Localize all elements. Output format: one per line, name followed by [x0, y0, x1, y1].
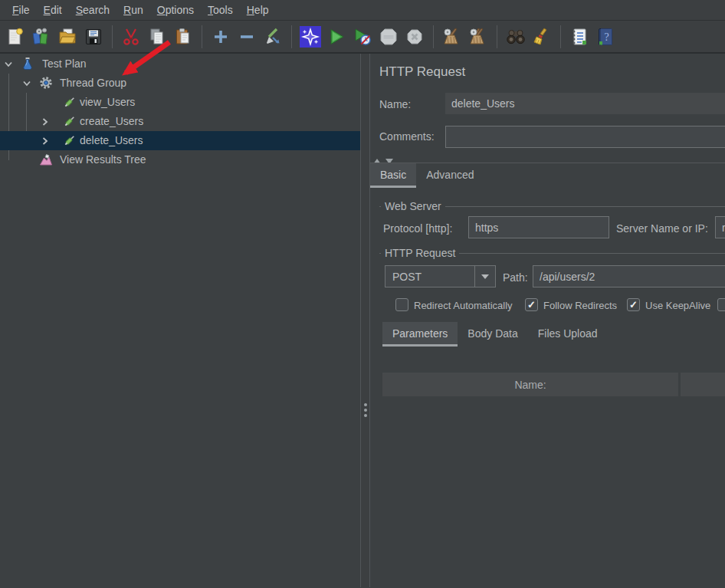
tree-item-test-plan[interactable]: Test Plan [0, 54, 360, 74]
test-plan-tree: Test Plan Thread Group view_Users create… [0, 54, 360, 587]
basic-advanced-tabbar: Basic Advanced [370, 163, 725, 188]
http-sampler-icon [63, 133, 77, 149]
http-sampler-icon [63, 114, 77, 130]
clear-icon[interactable] [441, 26, 463, 48]
tree-item-create-users[interactable]: create_Users [0, 112, 360, 131]
svg-text:?: ? [604, 31, 609, 43]
chevron-right-icon[interactable] [41, 117, 50, 129]
comments-input[interactable] [445, 126, 725, 148]
toggle-icon[interactable] [262, 26, 284, 48]
follow-redirects-label: Follow Redirects [543, 300, 617, 311]
tree-item-label: delete_Users [80, 134, 143, 146]
chevron-down-icon[interactable] [22, 78, 31, 90]
menu-tools[interactable]: Tools [201, 2, 240, 18]
cut-icon[interactable] [120, 26, 142, 48]
redirect-automatically-checkbox[interactable] [395, 298, 408, 311]
open-file-icon[interactable] [57, 26, 78, 48]
name-input[interactable] [445, 93, 725, 114]
menu-search[interactable]: Search [69, 2, 116, 18]
splitter-grip-icon [364, 403, 367, 417]
toolbar-separator [291, 25, 292, 48]
toolbar-separator [202, 25, 202, 48]
sparkle-icon[interactable] [300, 26, 321, 48]
thread-group-gear-icon [39, 76, 53, 92]
use-keepalive-label: Use KeepAlive [645, 300, 710, 311]
start-no-timers-icon[interactable] [352, 26, 373, 48]
parameters-table-header-name[interactable]: Name: [382, 373, 678, 396]
notes-icon[interactable] [569, 26, 590, 48]
toolbar-separator [560, 25, 561, 48]
search-reset-icon[interactable] [531, 26, 553, 48]
name-label: Name: [379, 98, 411, 110]
web-server-group-title: Web Server [381, 200, 445, 212]
path-label: Path: [503, 271, 528, 284]
path-input[interactable] [533, 265, 725, 287]
save-icon[interactable] [83, 26, 104, 48]
http-sampler-icon [63, 95, 77, 111]
menu-run[interactable]: Run [116, 2, 150, 18]
expand-all-icon[interactable] [210, 26, 231, 48]
tab-files-upload[interactable]: Files Upload [528, 322, 608, 347]
toolbar-separator [497, 25, 497, 48]
method-select[interactable]: POST [385, 265, 496, 287]
tab-advanced[interactable]: Advanced [416, 163, 484, 188]
help-icon[interactable]: ? [595, 26, 616, 48]
tab-basic[interactable]: Basic [370, 163, 416, 188]
use-keepalive-checkbox[interactable]: ✓ [627, 298, 640, 311]
tree-item-thread-group[interactable]: Thread Group [0, 74, 360, 93]
tree-item-label: Test Plan [42, 57, 87, 70]
method-dropdown-button[interactable] [474, 266, 495, 287]
tree-item-label: Thread Group [60, 77, 126, 89]
search-icon[interactable] [505, 26, 527, 48]
server-name-input[interactable] [715, 216, 725, 238]
chevron-down-icon [481, 274, 489, 279]
menu-bar: File Edit Search Run Options Tools Help [0, 0, 725, 21]
chevron-right-icon[interactable] [41, 136, 50, 148]
http-request-editor: HTTP Request Name: Comments: Basic Advan… [370, 54, 725, 587]
templates-icon[interactable] [31, 26, 52, 48]
stop-icon[interactable] [378, 26, 399, 48]
menu-help[interactable]: Help [240, 2, 276, 18]
toolbar: ? [0, 21, 725, 54]
copy-icon[interactable] [146, 26, 168, 48]
method-value: POST [385, 271, 474, 283]
toolbar-separator [433, 25, 434, 48]
toolbar-separator [112, 25, 113, 48]
start-icon[interactable] [326, 26, 347, 48]
chevron-down-icon[interactable] [4, 59, 13, 71]
parameters-table-header-value[interactable] [681, 373, 725, 396]
content-tabbar: Parameters Body Data Files Upload [370, 322, 725, 347]
paste-icon[interactable] [172, 26, 194, 48]
checkmark: ✓ [527, 300, 536, 310]
tree-item-delete-users[interactable]: delete_Users [0, 131, 360, 150]
collapse-all-icon[interactable] [236, 26, 258, 48]
tree-item-label: view_Users [80, 96, 135, 108]
clear-all-icon[interactable] [467, 26, 489, 48]
shutdown-icon[interactable] [404, 26, 425, 48]
multipart-checkbox[interactable] [717, 298, 725, 311]
menu-options[interactable]: Options [150, 2, 201, 18]
column-header-label: Name: [514, 379, 546, 391]
protocol-input[interactable] [468, 216, 609, 238]
tree-item-label: View Results Tree [60, 153, 146, 166]
new-file-icon[interactable] [5, 26, 26, 48]
menu-edit[interactable]: Edit [37, 2, 69, 18]
menu-file[interactable]: File [5, 2, 37, 18]
tree-item-view-users[interactable]: view_Users [0, 93, 360, 112]
results-tree-icon [39, 153, 53, 169]
tree-item-label: create_Users [80, 115, 143, 127]
redirect-automatically-label: Redirect Automatically [414, 300, 513, 311]
checkmark: ✓ [629, 300, 638, 310]
panel-splitter[interactable] [360, 54, 370, 587]
main-area: Test Plan Thread Group view_Users create… [0, 54, 725, 587]
server-name-label: Server Name or IP: [616, 222, 708, 235]
tree-item-view-results-tree[interactable]: View Results Tree [0, 150, 360, 169]
http-request-group-title: HTTP Request [381, 247, 459, 259]
protocol-label: Protocol [http]: [383, 222, 452, 235]
page-title: HTTP Request [379, 64, 465, 80]
comments-label: Comments: [379, 130, 435, 143]
follow-redirects-checkbox[interactable]: ✓ [525, 298, 538, 311]
tab-body-data[interactable]: Body Data [458, 322, 527, 347]
test-plan-flask-icon [21, 57, 34, 73]
tab-parameters[interactable]: Parameters [382, 322, 458, 347]
